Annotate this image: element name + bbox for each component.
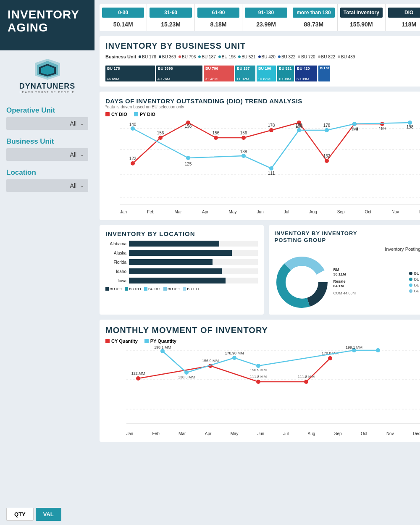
- bu-legend-489: BU 489: [338, 54, 355, 59]
- business-unit-select[interactable]: All ⌄: [6, 148, 88, 161]
- bu-legend-420: BU 420: [258, 54, 276, 59]
- x-label-may: May: [229, 210, 237, 214]
- hbar-label-alabama: Alabama: [105, 242, 126, 246]
- svg-point-33: [291, 271, 313, 293]
- location-legend: BU 011 BU 011 BU 011 BU 011: [105, 287, 258, 291]
- hbar-label-iowa: Iowa: [105, 278, 126, 283]
- bu-bar-label-322: BU 322: [318, 66, 330, 71]
- bu-bar-3696: BU 3696 49.76M: [156, 66, 202, 81]
- loc-legend-label-1: BU 011: [110, 287, 122, 291]
- bu-dot-822: [318, 55, 320, 58]
- bu-legend: Business Unit BU 178 BU 369 BU 796 BU 18…: [105, 54, 420, 59]
- donut-label-resale: Resale64.1M: [333, 279, 405, 288]
- bu-bar-group-187: BU 187 11.02M: [235, 66, 255, 81]
- monthly-cy-sep: [328, 356, 332, 360]
- bu-bar-group-178: BU 178 46.69M: [105, 66, 155, 81]
- bu-legend-720: BU 720: [298, 54, 315, 59]
- donut-legend-4: BU 011: [409, 289, 420, 293]
- stat-col-total: Total Inventory 155.90M: [338, 4, 385, 31]
- stat-value-180plus: 88.73M: [293, 19, 335, 29]
- hbar-label-idaho: Idaho: [105, 269, 126, 274]
- cy-point-aug: [325, 159, 329, 163]
- bottom-row: INVENTORY BY LOCATION Alabama Alaska: [100, 225, 420, 315]
- x-label-apr: Apr: [202, 210, 209, 214]
- location-select[interactable]: All ⌄: [6, 179, 88, 192]
- py-point-jun: [269, 166, 273, 171]
- monthly-py-feb: [160, 349, 165, 353]
- bu-bar-label-3696: BU 3696: [156, 66, 202, 71]
- legend-py: PY DIO: [134, 112, 155, 117]
- dio-trend-legend: CY DIO PY DIO: [105, 112, 420, 117]
- svg-text:156: 156: [213, 131, 220, 135]
- donut-label-com: COM 44.03M: [333, 291, 405, 295]
- posting-title: INVENTORY BY INVENTORYPOSTING GROUP: [275, 230, 420, 243]
- donut-legend: BU 011 BU 011 BU 011 BU 011: [409, 271, 420, 293]
- donut-dot-4: [409, 289, 412, 293]
- monthly-x-dec: Dec: [413, 431, 420, 436]
- posting-card: INVENTORY BY INVENTORYPOSTING GROUP Inve…: [269, 225, 420, 315]
- svg-text:156.9 MM: 156.9 MM: [250, 368, 267, 372]
- bu-dot-187: [198, 55, 201, 58]
- hbar-label-alaska: Alaska: [105, 251, 126, 255]
- bu-bar-val-178: 46.69M: [105, 76, 155, 81]
- donut-legend-1: BU 011: [409, 271, 420, 276]
- cy-point-oct: [380, 122, 384, 126]
- location-value: All: [10, 182, 80, 189]
- monthly-x-labels: Jan Feb Mar Apr May Jun Jul Aug Sep Oct …: [126, 431, 420, 436]
- bu-legend-187: BU 187: [198, 54, 215, 59]
- stat-value-total: 155.90M: [340, 19, 382, 29]
- logo-area: DYNATUNERS LEARN TRUST BE PEOPLE: [0, 50, 94, 102]
- bu-bar-label-178: BU 178: [105, 66, 155, 71]
- sidebar-filters: Operative Unit All ⌄ Business Unit All ⌄…: [0, 102, 94, 487]
- location-label: Location: [6, 168, 88, 177]
- bu-bar-187: BU 187 11.02M: [235, 66, 255, 81]
- val-button[interactable]: VAL: [36, 508, 61, 521]
- monthly-cy-aug: [304, 380, 308, 384]
- operative-unit-select[interactable]: All ⌄: [6, 117, 88, 130]
- monthly-py-oct: [376, 348, 380, 352]
- operative-unit-value: All: [10, 120, 80, 127]
- main-content: 0-30 50.14M 31-60 15.23M 61-90 8.18M 91-…: [94, 0, 420, 525]
- bu-bar-label-420: BU 420: [295, 66, 317, 71]
- monthly-legend-cy-label: CY Quantity: [111, 339, 138, 344]
- bu-bar-group-3696: BU 3696 49.76M: [156, 66, 202, 81]
- loc-legend-dot-3: [144, 287, 147, 291]
- svg-text:111.8 MM: 111.8 MM: [298, 375, 315, 379]
- bu-bars: BU 178 46.69M BU 3696 49.76M BU 796 31.4…: [105, 63, 420, 81]
- monthly-x-sep: Sep: [334, 431, 342, 436]
- monthly-py-may: [232, 356, 236, 360]
- bu-legend-label: Business Unit: [105, 54, 136, 59]
- legend-py-dot: [134, 112, 138, 116]
- bu-bar-796: BU 796 31.46M: [204, 66, 234, 81]
- monthly-py-jun: [256, 364, 260, 368]
- stats-bar: 0-30 50.14M 31-60 15.23M 61-90 8.18M 91-…: [100, 4, 420, 31]
- hbar-row-iowa: Iowa: [105, 278, 258, 284]
- bu-bar-val-196: 10.83M: [257, 76, 276, 81]
- bu-legend-178: BU 178: [139, 54, 156, 59]
- hbar-row-florida: Florida: [105, 259, 258, 265]
- hbar-track-florida: [129, 259, 258, 265]
- svg-text:198: 198: [407, 125, 414, 129]
- stat-col-31-60: 31-60 15.23M: [147, 4, 194, 31]
- x-label-feb: Feb: [147, 210, 154, 214]
- qty-button[interactable]: QTY: [6, 508, 34, 521]
- monthly-x-aug: Aug: [308, 431, 315, 436]
- stats-header-row: 0-30 50.14M 31-60 15.23M 61-90 8.18M 91-…: [100, 4, 420, 31]
- hbar-row-alabama: Alabama: [105, 241, 258, 247]
- bu-legend-369: BU 369: [159, 54, 176, 59]
- loc-legend-5: BU 011: [183, 287, 200, 291]
- monthly-x-jul: Jul: [283, 431, 289, 436]
- hbar-track-idaho: [129, 268, 258, 274]
- bu-bar-group-322: BU 322: [318, 66, 330, 81]
- cy-line: [133, 123, 382, 163]
- stat-header-180plus: more than 180: [293, 8, 335, 18]
- svg-text:178: 178: [323, 123, 331, 128]
- hbar-track-alaska: [129, 250, 258, 256]
- loc-legend-2: BU 011: [125, 287, 142, 291]
- monthly-x-apr: Apr: [205, 431, 212, 436]
- legend-cy-dot: [105, 112, 110, 116]
- cy-point-apr: [214, 136, 218, 140]
- sidebar: INVENTORY AGING DYNATUNERS LEARN TRUST B…: [0, 0, 94, 525]
- loc-legend-4: BU 011: [163, 287, 180, 291]
- dio-trend-title: DAYS OF INVENTORY OUTSTANDING (DIO) TREN…: [105, 97, 420, 105]
